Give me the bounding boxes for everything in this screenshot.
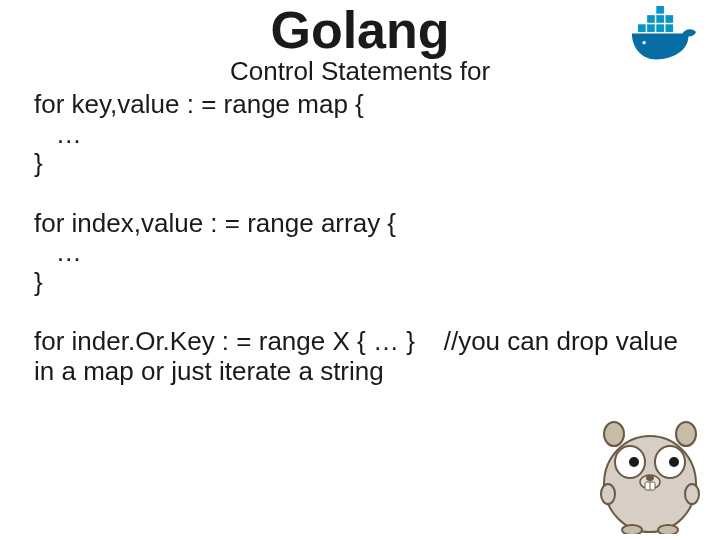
svg-rect-5 [656,15,664,23]
svg-point-14 [629,457,639,467]
svg-point-23 [658,525,678,534]
svg-rect-3 [665,24,673,32]
svg-point-17 [646,475,654,481]
svg-rect-6 [665,15,673,23]
svg-point-21 [685,484,699,504]
svg-rect-2 [656,24,664,32]
svg-point-10 [676,422,696,446]
slide-subtitle: Control Statements for [0,58,720,85]
svg-rect-1 [647,24,655,32]
svg-rect-7 [656,6,664,14]
svg-point-22 [622,525,642,534]
slide: Golang Control Statements for for key,va… [0,0,720,540]
svg-rect-4 [647,15,655,23]
go-gopher-mascot-icon [590,414,710,534]
svg-point-8 [642,41,645,44]
docker-whale-icon [628,6,706,64]
slide-title: Golang [0,0,720,56]
svg-point-20 [601,484,615,504]
svg-point-15 [669,457,679,467]
svg-point-9 [604,422,624,446]
svg-rect-0 [638,24,646,32]
code-block: for key,value : = range map { … } for in… [34,90,696,386]
